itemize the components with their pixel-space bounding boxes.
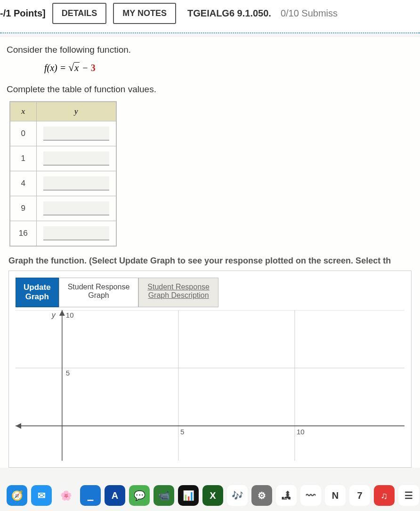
dock-excel-icon[interactable]: X — [202, 485, 223, 506]
svg-text:5: 5 — [180, 428, 184, 436]
tab-student-response-graph[interactable]: Student Response Graph — [59, 278, 139, 307]
tab2-line2: Graph Description — [148, 291, 209, 299]
submissions-count: 0/10 Submiss — [281, 8, 338, 19]
svg-marker-7 — [59, 310, 65, 316]
graph-controls: Update Graph Student Response Graph Stud… — [16, 278, 404, 307]
points-label: -/1 Points] — [0, 8, 46, 19]
y-header: y — [36, 102, 116, 121]
question-header: -/1 Points] DETAILS MY NOTES TGEIALG6 9.… — [0, 0, 420, 32]
minus-sign: − — [80, 63, 91, 73]
constant-value: 3 — [91, 63, 96, 73]
my-notes-button[interactable]: MY NOTES — [113, 3, 176, 24]
macos-dock: 🧭✉🌸⎯A💬📹📊X🎶⚙🏞〰N7♫☰ ✎ — [4, 483, 416, 508]
svg-text:5: 5 — [66, 369, 70, 377]
x-value: 9 — [10, 196, 36, 221]
tab-student-response-description[interactable]: Student Response Graph Description — [138, 278, 218, 307]
details-button[interactable]: DETAILS — [52, 3, 107, 24]
y-input-4[interactable] — [43, 226, 109, 240]
tab1-line2: Graph — [88, 291, 109, 299]
dock-appstore-icon[interactable]: A — [105, 485, 125, 506]
dock-photos-icon[interactable]: 🌸 — [56, 485, 76, 506]
tab1-line1: Student Response — [68, 283, 130, 291]
fx-label: f(x) = — [44, 63, 68, 73]
table-row: 0 — [10, 121, 116, 146]
y-input-2[interactable] — [43, 176, 109, 191]
function-values-table: x y 0 1 4 9 16 — [9, 101, 117, 247]
update-line2: Graph — [25, 292, 49, 301]
dock-messages-icon[interactable]: 💬 — [129, 485, 150, 506]
dock-freeform-icon[interactable]: 〰 — [300, 485, 321, 506]
x-value: 0 — [10, 121, 36, 146]
dock-stocks-icon[interactable]: 📊 — [178, 485, 199, 506]
dock-mail-icon[interactable]: ✉ — [31, 485, 52, 506]
dock-calendar-icon[interactable]: 7 — [349, 485, 370, 506]
graph-canvas[interactable]: 51015510y — [16, 310, 404, 461]
question-prompt: Consider the following function. — [7, 45, 413, 55]
y-input-3[interactable] — [43, 201, 109, 216]
table-row: 9 — [10, 196, 116, 221]
function-formula: f(x) = √x − 3 — [44, 62, 413, 74]
dock-reminders-icon[interactable]: ☰ — [398, 485, 419, 506]
x-value: 1 — [10, 146, 36, 171]
dock-facetime-icon[interactable]: 📹 — [153, 485, 174, 506]
svg-text:10: 10 — [297, 428, 305, 436]
svg-marker-8 — [16, 423, 21, 429]
x-value: 16 — [10, 221, 36, 247]
table-instruction: Complete the table of function values. — [7, 84, 413, 95]
y-input-1[interactable] — [43, 152, 109, 166]
sqrt-argument: x — [74, 62, 80, 73]
sqrt-icon: √ — [68, 62, 74, 73]
x-header: x — [10, 102, 36, 121]
svg-text:y: y — [51, 311, 56, 319]
dock-music-alt-icon[interactable]: 🎶 — [227, 485, 248, 506]
graph-panel: Update Graph Student Response Graph Stud… — [8, 271, 412, 468]
graph-instruction: Graph the function. (Select Update Graph… — [8, 256, 413, 266]
table-row: 16 — [10, 221, 116, 247]
question-content: Consider the following function. f(x) = … — [0, 37, 420, 468]
tab2-line1: Student Response — [147, 283, 210, 291]
dock-music-icon[interactable]: ♫ — [374, 485, 395, 506]
chart-svg: 51015510y — [16, 310, 404, 461]
update-line1: Update — [24, 283, 51, 292]
y-input-0[interactable] — [43, 127, 109, 141]
dock-keynote-icon[interactable]: ⎯ — [80, 485, 101, 506]
svg-text:10: 10 — [66, 311, 74, 319]
dock-news-icon[interactable]: N — [325, 485, 346, 506]
update-graph-button[interactable]: Update Graph — [16, 278, 59, 307]
table-row: 4 — [10, 171, 116, 196]
divider — [0, 32, 420, 33]
dock-gallery-icon[interactable]: 🏞 — [276, 485, 297, 506]
question-reference: TGEIALG6 9.1.050. — [187, 8, 271, 19]
table-row: 1 — [10, 146, 116, 171]
dock-settings-icon[interactable]: ⚙ — [251, 485, 272, 506]
x-value: 4 — [10, 171, 36, 196]
dock-safari-icon[interactable]: 🧭 — [7, 485, 27, 506]
